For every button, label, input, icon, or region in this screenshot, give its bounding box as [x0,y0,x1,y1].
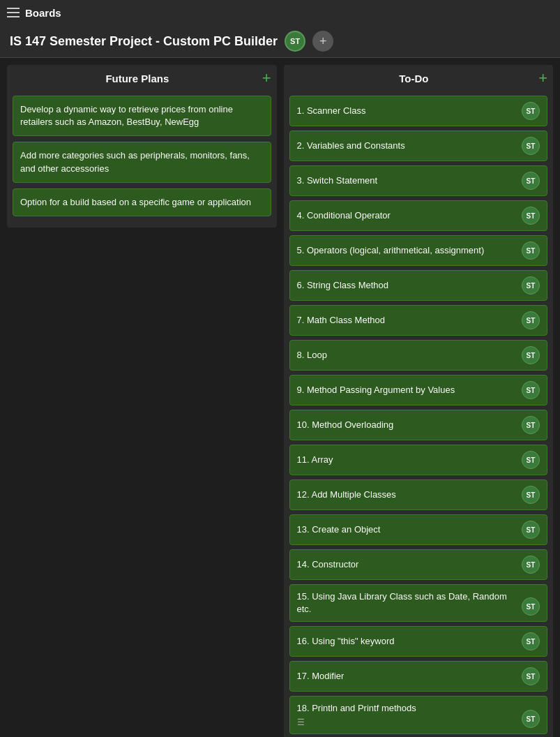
todo-avatar-11: ST [522,451,540,469]
todo-card-15[interactable]: 15. Using Java Library Class such as Dat… [289,584,548,622]
future-plans-card-2[interactable]: Add more categories such as peripherals,… [13,142,271,182]
todo-card-text-3: 3. Switch Statement [297,174,522,187]
todo-card-9[interactable]: 9. Method Passing Argument by ValuesST [289,375,548,405]
todo-card-10[interactable]: 10. Method OverloadingST [289,410,548,440]
todo-avatar-14: ST [522,556,540,574]
todo-avatar-13: ST [522,521,540,539]
todo-card-text-11: 11. Array [297,454,522,466]
todo-cards-container: 1. Scanner ClassST2. Variables and Const… [289,96,548,737]
todo-card-text-7: 7. Math Class Method [297,314,522,327]
todo-card-2[interactable]: 2. Variables and ConstantsST [289,131,548,161]
todo-avatar-1: ST [522,102,540,120]
todo-avatar-5: ST [522,241,540,260]
todo-card-text-17: 17. Modifier [297,670,522,683]
todo-avatar-6: ST [522,276,540,295]
todo-card-16[interactable]: 16. Using "this" keywordST [289,626,548,657]
add-future-plan-button[interactable]: + [262,70,271,86]
todo-card-14[interactable]: 14. ConstructorST [289,549,548,580]
project-header: IS 147 Semester Project - Custom PC Buil… [0,25,560,58]
todo-card-4[interactable]: 4. Conditional OperatorST [289,200,548,231]
todo-card-13[interactable]: 13. Create an ObjectST [289,514,548,545]
future-plans-title: Future Plans [13,73,262,84]
todo-card-text-18: 18. Println and Printf methods☰ [297,702,522,728]
todo-card-1[interactable]: 1. Scanner ClassST [289,96,548,126]
boards-label[interactable]: Boards [25,7,61,19]
todo-card-3[interactable]: 3. Switch StatementST [289,165,548,196]
todo-avatar-18: ST [522,710,540,728]
todo-card-17[interactable]: 17. ModifierST [289,661,548,692]
add-todo-button[interactable]: + [538,70,547,86]
todo-card-text-9: 9. Method Passing Argument by Values [297,384,522,396]
todo-card-text-13: 13. Create an Object [297,523,522,536]
future-plans-card-1[interactable]: Develop a dynamic way to retrieve prices… [13,96,271,136]
add-member-button[interactable]: + [312,31,333,52]
todo-avatar-8: ST [522,346,540,364]
todo-card-5[interactable]: 5. Operators (logical, arithmetical, ass… [289,235,548,266]
todo-card-18[interactable]: 18. Println and Printf methods☰ST [289,696,548,734]
todo-card-8[interactable]: 8. LoopST [289,340,548,371]
todo-card-text-6: 6. String Class Method [297,279,522,292]
todo-avatar-15: ST [522,597,540,616]
todo-card-text-14: 14. Constructor [297,558,522,571]
todo-card-text-4: 4. Conditional Operator [297,209,522,222]
todo-avatar-2: ST [522,137,540,155]
todo-avatar-16: ST [522,632,540,650]
todo-card-text-2: 2. Variables and Constants [297,140,522,152]
todo-card-text-12: 12. Add Multiple Classes [297,489,522,501]
avatar[interactable]: ST [285,31,305,52]
todo-card-11[interactable]: 11. ArrayST [289,445,548,475]
top-bar: Boards [0,0,560,25]
todo-card-text-15: 15. Using Java Library Class such as Dat… [297,590,522,616]
todo-card-6[interactable]: 6. String Class MethodST [289,270,548,301]
future-plans-card-3[interactable]: Option for a build based on a specific g… [13,188,271,216]
todo-card-text-10: 10. Method Overloading [297,419,522,431]
todo-card-text-8: 8. Loop [297,349,522,362]
future-plans-header: Future Plans + [13,70,271,90]
todo-card-12[interactable]: 12. Add Multiple ClassesST [289,479,548,510]
todo-column: To-Do + 1. Scanner ClassST2. Variables a… [284,65,554,737]
todo-header: To-Do + [289,70,548,90]
todo-avatar-9: ST [522,381,540,399]
board-area: Future Plans + Develop a dynamic way to … [0,58,560,737]
todo-card-text-5: 5. Operators (logical, arithmetical, ass… [297,244,522,257]
todo-avatar-10: ST [522,416,540,434]
todo-avatar-3: ST [522,172,540,190]
todo-avatar-4: ST [522,207,540,225]
todo-card-text-1: 1. Scanner Class [297,105,522,117]
project-title: IS 147 Semester Project - Custom PC Buil… [10,34,278,49]
hamburger-menu[interactable] [7,8,20,17]
todo-title: To-Do [289,73,539,84]
todo-card-7[interactable]: 7. Math Class MethodST [289,305,548,336]
todo-avatar-12: ST [522,486,540,504]
todo-card-text-16: 16. Using "this" keyword [297,635,522,648]
todo-avatar-7: ST [522,311,540,329]
future-plans-column: Future Plans + Develop a dynamic way to … [7,65,277,228]
todo-avatar-17: ST [522,667,540,685]
